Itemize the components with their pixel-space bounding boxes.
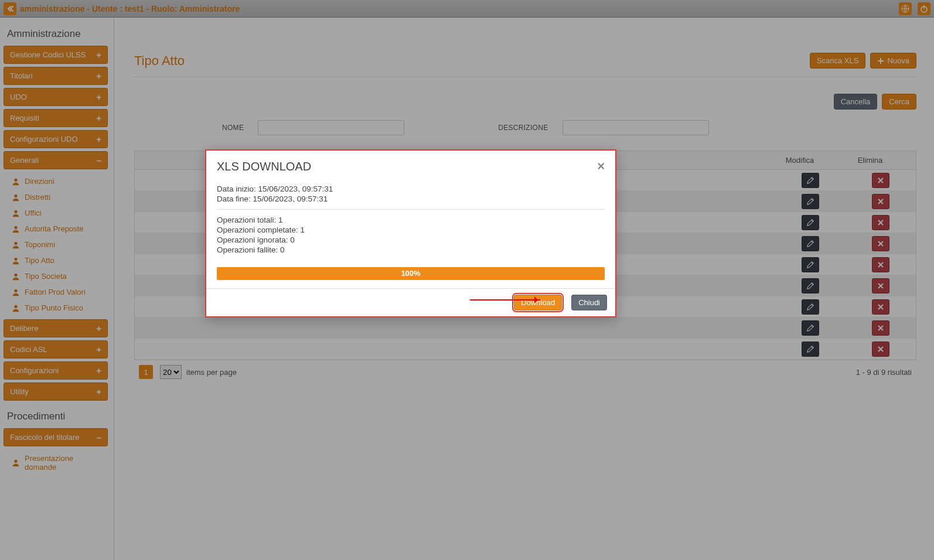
xls-download-dialog: XLS DOWNLOAD × Data inizio: 15/06/2023, … bbox=[205, 149, 616, 317]
dialog-title: XLS DOWNLOAD bbox=[217, 160, 311, 173]
progress-bar: 100% bbox=[217, 267, 605, 280]
arrow-annotation bbox=[470, 299, 540, 301]
close-button[interactable]: Chiudi bbox=[571, 295, 607, 310]
close-icon[interactable]: × bbox=[597, 159, 605, 174]
